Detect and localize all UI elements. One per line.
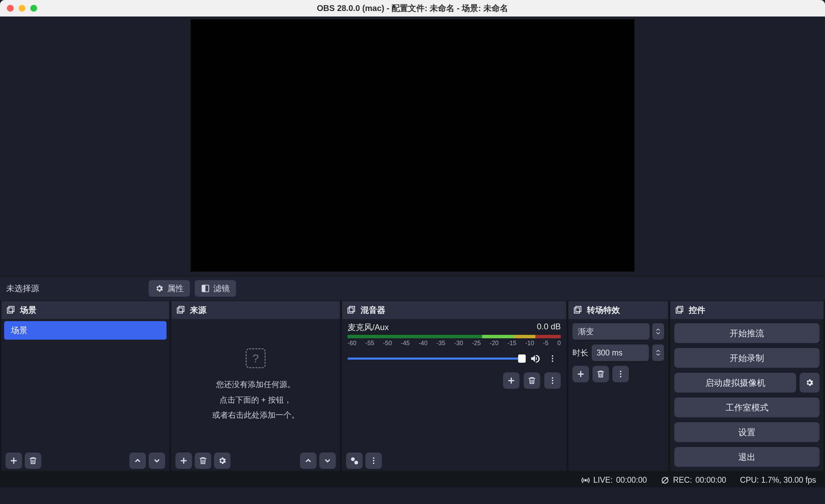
svg-point-16 <box>373 457 374 459</box>
record-status: REC: 00:00:00 <box>661 475 726 485</box>
cpu-text: CPU: 1.7%, 30.00 fps <box>740 475 816 485</box>
properties-label: 属性 <box>167 283 184 294</box>
sources-empty-line3: 或者右击此处添加一个。 <box>212 409 299 421</box>
volume-slider[interactable] <box>347 358 526 360</box>
scenes-title: 场景 <box>20 305 36 316</box>
zoom-window-button[interactable] <box>30 5 37 12</box>
transition-select[interactable]: 渐变 <box>572 323 650 340</box>
source-properties-button[interactable] <box>214 452 231 469</box>
tick: -50 <box>383 340 392 347</box>
sources-dock: 来源 ? 您还没有添加任何源。 点击下面的 + 按钮， 或者右击此处添加一个。 <box>171 301 340 471</box>
add-scene-button[interactable] <box>6 452 22 469</box>
transitions-header[interactable]: 转场特效 <box>568 301 668 319</box>
plus-icon <box>9 456 18 465</box>
trash-icon <box>527 376 536 385</box>
scenes-header[interactable]: 场景 <box>1 301 169 319</box>
add-mixer-source-button[interactable] <box>503 372 519 389</box>
source-toolbar: 未选择源 属性 滤镜 <box>0 276 825 300</box>
titlebar: OBS 28.0.0 (mac) - 配置文件: 未命名 - 场景: 未命名 <box>0 0 825 17</box>
dock-popout-icon <box>573 306 582 315</box>
controls-dock: 控件 开始推流 开始录制 启动虚拟摄像机 工作室模式 设置 退出 <box>670 301 824 471</box>
virtual-cam-settings-button[interactable] <box>800 373 819 393</box>
scene-move-up-button[interactable] <box>129 452 146 469</box>
svg-rect-4 <box>177 308 182 313</box>
speaker-icon[interactable] <box>530 353 540 364</box>
duration-input[interactable]: 300 ms <box>592 344 649 361</box>
mixer-header[interactable]: 混音器 <box>342 301 566 319</box>
remove-mixer-source-button[interactable] <box>524 372 540 389</box>
transitions-body: 渐变 时长 300 ms <box>568 319 668 386</box>
dock-popout-icon <box>347 306 356 315</box>
scene-move-down-button[interactable] <box>149 452 165 469</box>
tick: -15 <box>507 340 516 347</box>
filters-label: 滤镜 <box>213 283 230 294</box>
more-vertical-icon <box>548 376 557 385</box>
volume-slider-thumb[interactable] <box>518 354 526 363</box>
close-window-button[interactable] <box>7 5 14 12</box>
meter-ticks: -60 -55 -50 -45 -40 -35 -30 -25 -20 -15 … <box>347 340 561 347</box>
scene-item-label: 场景 <box>11 325 28 336</box>
plus-icon <box>507 376 516 385</box>
tick: -20 <box>490 340 499 347</box>
start-virtual-cam-button[interactable]: 启动虚拟摄像机 <box>674 373 796 393</box>
more-vertical-icon <box>548 354 557 363</box>
tick: -60 <box>347 340 356 347</box>
remove-transition-button[interactable] <box>592 366 609 382</box>
transition-selected-label: 渐变 <box>578 326 594 337</box>
advanced-audio-button[interactable] <box>346 452 363 469</box>
mixer-channel-name: 麦克风/Aux <box>347 322 389 333</box>
remove-source-button[interactable] <box>195 452 211 469</box>
svg-point-15 <box>354 461 358 464</box>
studio-mode-button[interactable]: 工作室模式 <box>674 397 819 417</box>
add-source-button[interactable] <box>175 452 192 469</box>
svg-point-21 <box>620 371 621 372</box>
filters-button[interactable]: 滤镜 <box>195 280 236 297</box>
rec-time: 00:00:00 <box>695 475 726 485</box>
start-recording-button[interactable]: 开始录制 <box>674 348 819 368</box>
exit-button[interactable]: 退出 <box>674 447 819 467</box>
sources-empty-line2: 点击下面的 + 按钮， <box>219 394 292 406</box>
start-streaming-button[interactable]: 开始推流 <box>674 323 819 343</box>
svg-rect-2 <box>7 308 12 313</box>
controls-header[interactable]: 控件 <box>670 301 824 319</box>
remove-scene-button[interactable] <box>25 452 41 469</box>
trash-icon <box>596 370 605 379</box>
add-transition-button[interactable] <box>572 366 589 382</box>
duration-label: 时长 <box>572 348 588 358</box>
chevron-up-icon <box>304 456 313 465</box>
stream-status: LIVE: 00:00:00 <box>581 475 647 485</box>
more-vertical-icon <box>369 456 378 465</box>
settings-button[interactable]: 设置 <box>674 422 819 442</box>
source-move-up-button[interactable] <box>300 452 317 469</box>
chevron-down-icon <box>323 456 332 465</box>
sources-title: 来源 <box>190 305 206 316</box>
duration-stepper[interactable] <box>652 344 664 361</box>
mixer-footer <box>342 450 566 471</box>
properties-button[interactable]: 属性 <box>149 280 190 297</box>
transition-select-stepper[interactable] <box>652 323 664 340</box>
svg-rect-19 <box>574 308 579 313</box>
sources-empty-line1: 您还没有添加任何源。 <box>216 379 295 391</box>
tick: -45 <box>401 340 410 347</box>
scene-item[interactable]: 场景 <box>4 321 167 340</box>
gear-icon <box>155 284 164 293</box>
more-vertical-icon <box>616 370 625 379</box>
preview-canvas[interactable] <box>191 19 634 272</box>
chevron-down-icon <box>656 353 660 356</box>
preview-area <box>0 17 825 276</box>
source-move-down-button[interactable] <box>319 452 336 469</box>
sources-list[interactable]: ? 您还没有添加任何源。 点击下面的 + 按钮， 或者右击此处添加一个。 <box>171 319 340 450</box>
scenes-list[interactable]: 场景 <box>1 319 169 450</box>
mixer-menu-button[interactable] <box>365 452 382 469</box>
svg-rect-24 <box>676 308 681 313</box>
mixer-channel-level: 0.0 dB <box>537 322 561 333</box>
plus-icon <box>576 370 585 379</box>
mixer-channel-menu-button[interactable] <box>544 350 561 367</box>
svg-point-26 <box>585 479 586 481</box>
minimize-window-button[interactable] <box>19 5 25 12</box>
sources-header[interactable]: 来源 <box>171 301 340 319</box>
question-frame-icon: ? <box>246 348 266 368</box>
transition-properties-button[interactable] <box>612 366 629 382</box>
tick: -5 <box>543 340 548 347</box>
mixer-more-button[interactable] <box>544 372 561 389</box>
